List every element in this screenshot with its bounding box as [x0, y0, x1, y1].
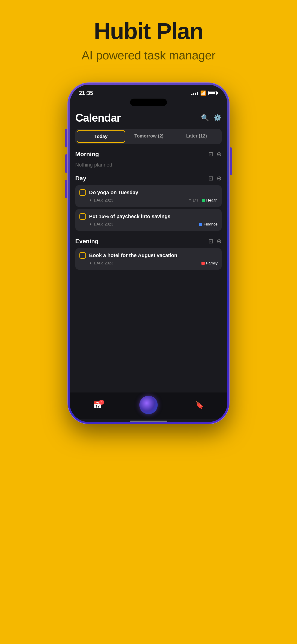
task-top: Do yoga on Tuesday — [80, 189, 218, 196]
task-card: Do yoga on Tuesday ✦ 1 Aug 2023 — [75, 185, 222, 207]
task-right-meta: Family — [202, 261, 218, 266]
date-sun-icon: ✦ — [89, 198, 92, 202]
app-title: Hubit Plan — [82, 18, 215, 44]
day-section-title: Day — [75, 175, 86, 182]
phone-device: 21:35 📶 — [68, 83, 229, 424]
task-top: Put 15% of paycheck into savings — [80, 213, 218, 220]
morning-section-title: Morning — [75, 151, 99, 158]
task-checkbox[interactable] — [80, 252, 86, 259]
phone-screen: 21:35 📶 — [70, 85, 227, 422]
morning-shuffle-icon[interactable]: ⊡ — [208, 151, 214, 158]
settings-icon[interactable]: ⚙️ — [214, 114, 222, 122]
day-add-icon[interactable]: ⊕ — [217, 175, 222, 182]
task-top: Book a hotel for the August vacation — [80, 252, 218, 259]
task-tag-health: Health — [202, 198, 218, 203]
tab-today[interactable]: Today — [77, 130, 125, 143]
day-section-header: Day ⊡ ⊕ — [75, 175, 222, 182]
tag-color-finance — [199, 223, 202, 226]
tasks-scroll-area: Morning ⊡ ⊕ Nothing planned Da — [75, 151, 222, 392]
task-date: ✦ 1 Aug 2023 — [89, 261, 113, 266]
task-card: Book a hotel for the August vacation ✦ 1… — [75, 248, 222, 270]
tag-color-health — [202, 199, 205, 202]
task-date: ✦ 1 Aug 2023 — [89, 198, 113, 203]
day-section-actions: ⊡ ⊕ — [208, 175, 222, 182]
date-sun-icon: ✦ — [89, 222, 92, 226]
nav-bookmark[interactable]: 🔖 — [195, 401, 204, 409]
app-content: Calendar 🔍 ⚙️ Today Tomorrow (2) — [70, 108, 227, 392]
task-progress: ≡ 1/4 — [189, 198, 198, 203]
tabs-container: Today Tomorrow (2) Later (12) — [75, 129, 222, 144]
day-shuffle-icon[interactable]: ⊡ — [208, 175, 214, 182]
task-right-meta: Finance — [199, 222, 218, 227]
status-bar: 21:35 📶 — [70, 85, 227, 98]
evening-section-title: Evening — [75, 238, 98, 245]
task-meta: ✦ 1 Aug 2023 ≡ 1/4 — [80, 198, 218, 203]
bottom-nav: 📅 3 🔖 — [70, 392, 227, 419]
task-name: Do yoga on Tuesday — [89, 190, 218, 196]
evening-section-actions: ⊡ ⊕ — [208, 238, 222, 245]
evening-section-header: Evening ⊡ ⊕ — [75, 238, 222, 245]
signal-icon — [191, 91, 198, 95]
calendar-badge: 3 — [99, 400, 104, 405]
date-sun-icon: ✦ — [89, 261, 92, 265]
task-right-meta: ≡ 1/4 Health — [189, 198, 218, 203]
task-name: Put 15% of paycheck into savings — [89, 214, 218, 220]
task-card: Put 15% of paycheck into savings ✦ 1 Aug… — [75, 209, 222, 231]
evening-add-icon[interactable]: ⊕ — [217, 238, 222, 245]
tab-tomorrow[interactable]: Tomorrow (2) — [125, 130, 173, 143]
status-time: 21:35 — [79, 90, 93, 96]
task-tag-finance: Finance — [199, 222, 218, 227]
dynamic-island — [130, 98, 167, 106]
task-date: ✦ 1 Aug 2023 — [89, 222, 113, 227]
nav-ai-button[interactable] — [139, 396, 158, 414]
tab-later[interactable]: Later (12) — [173, 130, 220, 143]
calendar-header: Calendar 🔍 ⚙️ — [75, 108, 222, 129]
search-icon[interactable]: 🔍 — [201, 114, 209, 122]
evening-shuffle-icon[interactable]: ⊡ — [208, 238, 214, 245]
task-name: Book a hotel for the August vacation — [89, 252, 218, 258]
task-meta: ✦ 1 Aug 2023 Finance — [80, 222, 218, 227]
nav-calendar[interactable]: 📅 3 — [93, 401, 102, 409]
status-icons: 📶 — [191, 90, 218, 96]
morning-add-icon[interactable]: ⊕ — [217, 151, 222, 158]
bookmark-nav-icon: 🔖 — [195, 401, 204, 409]
calendar-title: Calendar — [75, 112, 121, 124]
day-section: Day ⊡ ⊕ Do yoga on Tuesday — [75, 175, 222, 233]
marketing-header: Hubit Plan AI powered task manager — [82, 0, 215, 62]
wifi-icon: 📶 — [200, 90, 206, 96]
task-tag-family: Family — [202, 261, 218, 266]
morning-empty-text: Nothing planned — [75, 161, 222, 170]
morning-section-header: Morning ⊡ ⊕ — [75, 151, 222, 158]
morning-section-actions: ⊡ ⊕ — [208, 151, 222, 158]
evening-section: Evening ⊡ ⊕ Book a hotel for t — [75, 238, 222, 272]
home-indicator — [130, 420, 167, 422]
task-checkbox[interactable] — [80, 213, 86, 220]
tag-color-family — [202, 262, 205, 265]
task-checkbox[interactable] — [80, 189, 86, 196]
morning-section: Morning ⊡ ⊕ Nothing planned — [75, 151, 222, 170]
task-meta: ✦ 1 Aug 2023 Family — [80, 261, 218, 266]
header-icons: 🔍 ⚙️ — [201, 114, 222, 122]
battery-icon — [208, 91, 218, 95]
app-subtitle: AI powered task manager — [82, 48, 215, 62]
